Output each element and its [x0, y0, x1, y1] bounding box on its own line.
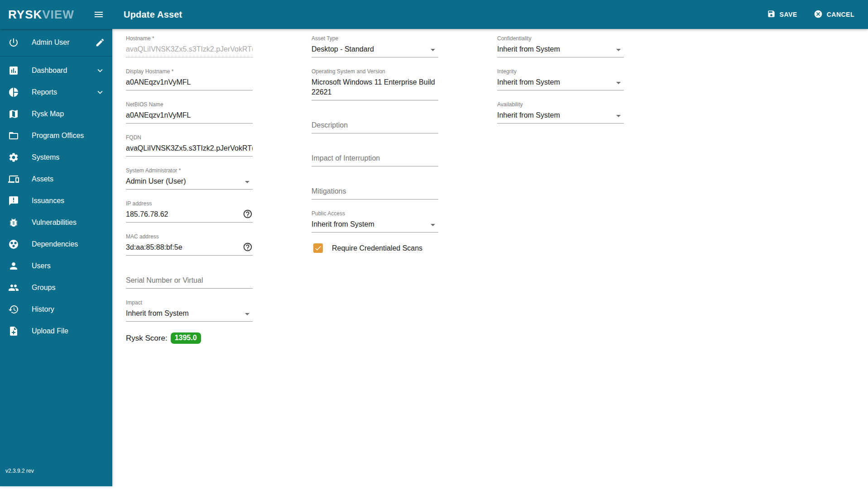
- sidebar-item-history[interactable]: History: [0, 299, 112, 320]
- serial-number-input[interactable]: Serial Number or Virtual: [126, 275, 253, 289]
- sidebar-user-row: Admin User: [0, 29, 112, 57]
- sidebar-item-label: Dependencies: [32, 240, 105, 248]
- fqdn-input[interactable]: avaQLiIVNSK3Zx5.s3TIzk2.pJerVokRT(: [126, 142, 253, 157]
- page-title: Update Asset: [124, 9, 182, 20]
- sidebar-item-label: Dashboard: [32, 66, 95, 75]
- field-label: Display Hostname *: [126, 68, 253, 75]
- field-value: 185.76.78.62: [126, 210, 168, 218]
- field-description: Description: [312, 111, 438, 133]
- sidebar-item-label: Reports: [32, 88, 95, 96]
- field-hostname: Hostname * avaQLiIVNSK3Zx5.s3TIzk2.pJerV…: [126, 35, 253, 57]
- save-button[interactable]: SAVE: [767, 9, 797, 19]
- people-icon: [8, 282, 19, 293]
- bar-chart-icon: [8, 65, 19, 76]
- dropdown-arrow-icon: [613, 110, 624, 121]
- map-icon: [8, 109, 19, 119]
- logo-primary: RYSK: [8, 8, 42, 21]
- chevron-down-icon: [95, 87, 105, 97]
- power-icon[interactable]: [8, 37, 19, 48]
- sidebar-item-issuances[interactable]: Issuances: [0, 190, 112, 212]
- public-access-select[interactable]: Inherit from System: [312, 218, 438, 233]
- impact-select[interactable]: Inherit from System: [126, 308, 253, 322]
- field-label-spacer: [312, 111, 438, 118]
- field-label: Operating System and Version: [312, 68, 438, 75]
- sidebar-item-reports[interactable]: Reports: [0, 81, 112, 103]
- checkbox-checked-icon[interactable]: [313, 243, 323, 253]
- sidebar-item-groups[interactable]: Groups: [0, 277, 112, 299]
- require-credentialed-scans-checkbox-row[interactable]: Require Credentialed Scans: [312, 243, 438, 253]
- sidebar-item-label: Vulnerabilities: [32, 218, 105, 227]
- form-column-1: Hostname * avaQLiIVNSK3Zx5.s3TIzk2.pJerV…: [126, 35, 253, 489]
- cancel-button[interactable]: CANCEL: [814, 9, 854, 20]
- pie-chart-icon: [8, 87, 19, 98]
- impact-of-interruption-input[interactable]: Impact of Interruption: [312, 152, 438, 166]
- bug-icon: [8, 217, 19, 228]
- note-add-icon: [8, 326, 19, 337]
- sidebar-item-users[interactable]: Users: [0, 255, 112, 277]
- selected-value: Admin User (User): [126, 177, 186, 185]
- sidebar-item-rysk-map[interactable]: Rysk Map: [0, 103, 112, 125]
- display-hostname-input[interactable]: a0ANEqzv1nVyMFL: [126, 76, 253, 90]
- field-integrity: Integrity Inherit from System: [497, 68, 624, 90]
- sidebar: Admin User Dashboard Reports Rysk Map Pr…: [0, 29, 112, 486]
- form-column-3: Confidentiality Inherit from System Inte…: [497, 35, 624, 489]
- ip-address-input[interactable]: 185.76.78.62: [126, 209, 253, 223]
- sidebar-item-label: History: [32, 305, 105, 313]
- field-availability: Availability Inherit from System: [497, 101, 624, 123]
- checkbox-label: Require Credentialed Scans: [332, 244, 422, 252]
- field-label-spacer: [126, 266, 253, 273]
- field-system-administrator: System Administrator * Admin User (User): [126, 167, 253, 190]
- sidebar-item-systems[interactable]: Systems: [0, 147, 112, 168]
- field-serial-number: Serial Number or Virtual: [126, 266, 253, 289]
- hostname-input: avaQLiIVNSK3Zx5.s3TIzk2.pJerVokRT(: [126, 43, 253, 57]
- save-button-label: SAVE: [780, 11, 797, 18]
- person-icon: [8, 261, 19, 271]
- confidentiality-select[interactable]: Inherit from System: [497, 43, 624, 57]
- netbios-name-input[interactable]: a0ANEqzv1nVyMFL: [126, 109, 253, 123]
- rysk-score-badge: 1395.0: [171, 332, 201, 344]
- selected-value: Inherit from System: [312, 220, 374, 228]
- form-column-2: Asset Type Desktop - Standard Operating …: [312, 35, 438, 489]
- folder-icon: [8, 130, 19, 141]
- app-logo: RYSKVIEW: [8, 8, 74, 22]
- availability-select[interactable]: Inherit from System: [497, 109, 624, 123]
- pencil-icon[interactable]: [95, 38, 105, 47]
- system-administrator-select[interactable]: Admin User (User): [126, 176, 253, 190]
- mitigations-input[interactable]: Mitigations: [312, 185, 438, 199]
- integrity-select[interactable]: Inherit from System: [497, 76, 624, 90]
- field-netbios-name: NetBIOS Name a0ANEqzv1nVyMFL: [126, 101, 253, 123]
- user-name: Admin User: [32, 38, 95, 47]
- dropdown-arrow-icon: [613, 77, 624, 88]
- sidebar-item-label: Assets: [32, 175, 105, 183]
- mac-address-input[interactable]: 3d:aa:85:88:bf:5e: [126, 242, 253, 256]
- field-ip-address: IP address 185.76.78.62: [126, 200, 253, 223]
- sidebar-item-upload-file[interactable]: Upload File: [0, 320, 112, 342]
- dropdown-arrow-icon: [242, 176, 253, 187]
- sidebar-item-label: Upload File: [32, 327, 105, 335]
- field-asset-type: Asset Type Desktop - Standard: [312, 35, 438, 57]
- sidebar-item-assets[interactable]: Assets: [0, 168, 112, 190]
- asset-type-select[interactable]: Desktop - Standard: [312, 43, 438, 57]
- sidebar-item-label: Issuances: [32, 197, 105, 205]
- help-icon[interactable]: [243, 209, 253, 219]
- description-input[interactable]: Description: [312, 119, 438, 133]
- selected-value: Inherit from System: [497, 78, 560, 86]
- sidebar-item-dependencies[interactable]: Dependencies: [0, 233, 112, 255]
- app-header: RYSKVIEW Update Asset SAVE CANCEL: [0, 0, 868, 29]
- field-value: 3d:aa:85:88:bf:5e: [126, 243, 182, 251]
- dropdown-arrow-icon: [427, 44, 438, 55]
- sidebar-item-program-offices[interactable]: Program Offices: [0, 125, 112, 147]
- header-actions: SAVE CANCEL: [767, 9, 854, 20]
- hamburger-menu-icon[interactable]: [93, 9, 104, 20]
- help-icon[interactable]: [243, 242, 253, 252]
- operating-system-input[interactable]: Microsoft Windows 11 Enterprise Build 22…: [312, 76, 438, 100]
- sidebar-item-dashboard[interactable]: Dashboard: [0, 60, 112, 81]
- cancel-icon: [814, 9, 823, 20]
- cancel-button-label: CANCEL: [827, 11, 854, 18]
- field-label: System Administrator *: [126, 167, 253, 174]
- chevron-down-icon: [95, 66, 105, 76]
- field-mitigations: Mitigations: [312, 177, 438, 199]
- sidebar-nav: Dashboard Reports Rysk Map Program Offic…: [0, 57, 112, 342]
- field-label: MAC address: [126, 233, 253, 240]
- sidebar-item-vulnerabilities[interactable]: Vulnerabilities: [0, 212, 112, 233]
